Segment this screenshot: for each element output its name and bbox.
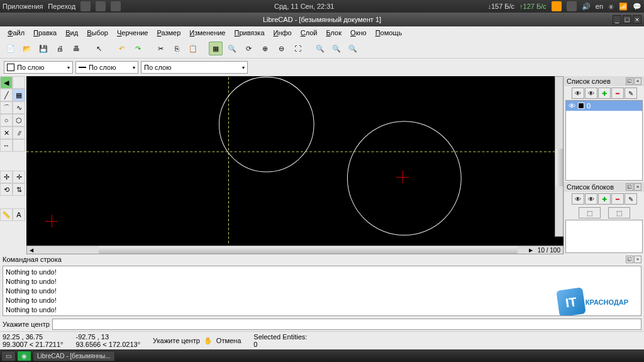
menu-dimension[interactable]: Размер xyxy=(153,28,184,38)
go-menu[interactable]: Переход xyxy=(48,3,75,10)
menu-window[interactable]: Окно xyxy=(347,28,370,38)
save-button[interactable]: 💾 xyxy=(36,42,50,55)
volume-icon[interactable]: 🔊 xyxy=(582,3,591,11)
menu-help[interactable]: Помощь xyxy=(372,28,406,38)
tray-icon[interactable] xyxy=(111,1,121,11)
tool-parallel[interactable]: ⫽ xyxy=(13,127,25,139)
tool[interactable] xyxy=(13,139,25,152)
signal-icon[interactable]: 📶 xyxy=(619,3,628,11)
zoom-window-button[interactable]: 🔍 xyxy=(330,42,343,55)
vertical-scrollbar[interactable] xyxy=(555,76,564,237)
layer-add-icon[interactable]: ✚ xyxy=(598,88,611,99)
tool-measure[interactable]: 📏 xyxy=(0,208,13,221)
zoom-auto-button[interactable]: ⛶ xyxy=(291,42,304,55)
cut-button[interactable]: ✂ xyxy=(153,42,167,55)
command-log[interactable]: Nothing to undo! Nothing to undo! Nothin… xyxy=(3,266,641,316)
redo-button[interactable]: ↷ xyxy=(131,42,145,55)
width-combo[interactable]: По слою▾ xyxy=(75,61,138,74)
menu-edit[interactable]: Правка xyxy=(30,28,60,38)
task-button[interactable]: LibreCAD - [безымянны... xyxy=(33,351,115,361)
block-edit-icon[interactable]: ✎ xyxy=(625,193,637,205)
horizontal-scrollbar[interactable]: ◀▶ 10 / 100 xyxy=(26,246,564,254)
color-combo[interactable]: По слою▾ xyxy=(4,61,73,74)
command-input[interactable] xyxy=(52,319,641,330)
eye-icon[interactable]: 👁 xyxy=(569,102,575,110)
tool-back[interactable]: ◀ xyxy=(0,76,13,89)
block-remove-icon[interactable]: ━ xyxy=(611,193,624,205)
close-button[interactable]: × xyxy=(633,15,641,24)
panel-close-button[interactable]: × xyxy=(634,183,641,191)
menu-layer[interactable]: Слой xyxy=(297,28,321,38)
tray-icon[interactable] xyxy=(567,1,577,11)
block-add-icon[interactable]: ✚ xyxy=(598,193,611,205)
layer-show-icon[interactable]: 👁 xyxy=(572,88,584,99)
block-list[interactable] xyxy=(565,220,643,253)
linetype-combo[interactable]: По слою▾ xyxy=(141,61,248,74)
zoom-in-button[interactable]: ⊕ xyxy=(258,42,272,55)
zoom-pan-button[interactable]: 🔍 xyxy=(346,42,360,55)
print-preview-button[interactable]: 🖶 xyxy=(69,42,83,55)
tool-move[interactable]: ✢ xyxy=(0,171,13,183)
lang-indicator[interactable]: en xyxy=(596,3,603,10)
tool-grid[interactable]: ▦ xyxy=(13,89,25,101)
block-tool-icon[interactable]: ⬚ xyxy=(579,207,601,218)
menu-modify[interactable]: Изменение xyxy=(186,28,229,38)
layer-remove-icon[interactable]: ━ xyxy=(611,88,624,99)
chat-icon[interactable]: 💬 xyxy=(633,3,641,11)
undo-button[interactable]: ↶ xyxy=(114,42,128,55)
tool-line[interactable]: ╱ xyxy=(0,89,13,101)
zoom-out-button[interactable]: ⊖ xyxy=(274,42,288,55)
panel-undock-button[interactable]: ◱ xyxy=(626,183,633,191)
vlc-icon[interactable] xyxy=(552,1,562,11)
maximize-button[interactable]: □ xyxy=(623,15,631,24)
tool-arc[interactable]: ⌒ xyxy=(0,101,13,114)
tool-dim[interactable]: ↔ xyxy=(0,139,13,152)
minimize-button[interactable]: _ xyxy=(613,15,621,24)
zoom-redraw-button[interactable]: ⟳ xyxy=(242,42,255,55)
hand-icon[interactable]: ✋ xyxy=(204,337,213,345)
show-desktop-button[interactable]: ▭ xyxy=(1,351,16,361)
menu-snap[interactable]: Привязка xyxy=(230,28,268,38)
panel-undock-button[interactable]: ◱ xyxy=(626,77,633,85)
paste-button[interactable]: 📋 xyxy=(186,42,200,55)
new-button[interactable]: 📄 xyxy=(4,42,18,55)
start-button[interactable]: ◉ xyxy=(17,351,31,361)
panel-close-button[interactable]: × xyxy=(634,256,641,263)
tool-spline[interactable]: ∿ xyxy=(13,101,25,114)
tool-mirror[interactable]: ⇅ xyxy=(13,183,25,196)
tool-point[interactable]: ✕ xyxy=(0,127,13,139)
clock[interactable]: Срд, 11 Сен, 22:31 xyxy=(274,3,334,10)
menu-select[interactable]: Выбор xyxy=(83,28,112,38)
tool-poly[interactable]: ⬡ xyxy=(13,114,25,127)
tool-circle[interactable]: ○ xyxy=(0,114,13,127)
panel-undock-button[interactable]: ◱ xyxy=(626,256,633,263)
layer-hide-icon[interactable]: 👁 xyxy=(585,88,597,99)
grid-button[interactable]: ▦ xyxy=(209,42,223,55)
menu-draw[interactable]: Черчение xyxy=(113,28,152,38)
menu-block[interactable]: Блок xyxy=(322,28,345,38)
block-tool-icon[interactable]: ⬚ xyxy=(608,207,630,218)
tray-icon[interactable] xyxy=(80,1,91,11)
layer-list[interactable]: 👁 0 xyxy=(565,100,643,181)
bluetooth-icon[interactable]: ⚹ xyxy=(608,3,614,11)
block-show-icon[interactable]: 👁 xyxy=(572,193,584,205)
layer-edit-icon[interactable]: ✎ xyxy=(625,88,637,99)
panel-close-button[interactable]: × xyxy=(634,77,641,85)
tool-text[interactable]: A xyxy=(13,208,25,221)
drawing-canvas[interactable] xyxy=(26,76,564,246)
tray-icon[interactable] xyxy=(96,1,106,11)
zoom-button[interactable]: 🔍 xyxy=(225,42,239,55)
layer-row[interactable]: 👁 0 xyxy=(566,101,642,111)
apps-menu[interactable]: Приложения xyxy=(3,3,43,10)
title-bar[interactable]: LibreCAD - [безымянный документ 1] _ □ × xyxy=(0,13,644,26)
menu-view[interactable]: Вид xyxy=(62,28,82,38)
tool-snap[interactable]: ✛ xyxy=(13,171,25,183)
pointer-button[interactable]: ↖ xyxy=(92,42,106,55)
copy-button[interactable]: ⎘ xyxy=(170,42,184,55)
block-hide-icon[interactable]: 👁 xyxy=(585,193,597,205)
open-button[interactable]: 📂 xyxy=(20,42,34,55)
menu-file[interactable]: Файл xyxy=(4,28,28,38)
print-button[interactable]: 🖨 xyxy=(53,42,67,55)
zoom-prev-button[interactable]: 🔍 xyxy=(313,42,327,55)
menu-info[interactable]: Инфо xyxy=(270,28,296,38)
